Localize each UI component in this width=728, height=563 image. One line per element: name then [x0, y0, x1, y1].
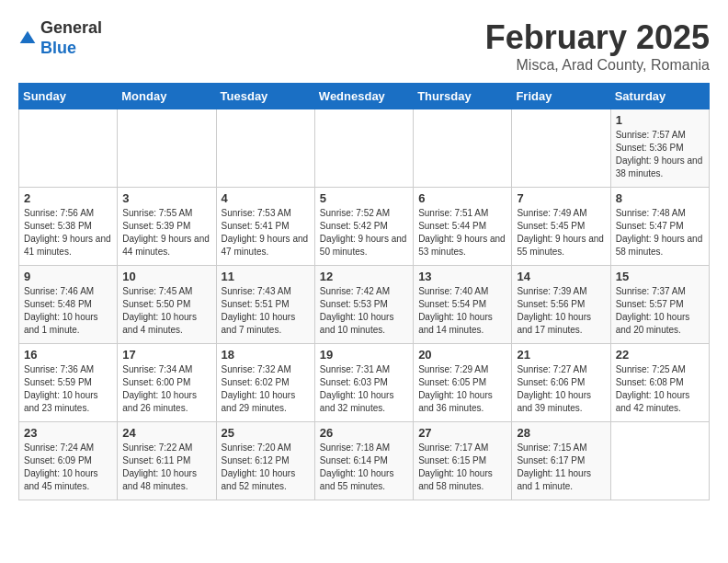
day-info: Sunrise: 7:42 AM Sunset: 5:53 PM Dayligh… — [320, 285, 408, 337]
logo-text: General Blue — [40, 18, 102, 58]
day-number: 25 — [222, 426, 310, 440]
calendar-cell: 4Sunrise: 7:53 AM Sunset: 5:41 PM Daylig… — [216, 188, 314, 266]
day-info: Sunrise: 7:53 AM Sunset: 5:41 PM Dayligh… — [222, 207, 310, 259]
day-info: Sunrise: 7:45 AM Sunset: 5:50 PM Dayligh… — [122, 285, 210, 337]
day-number: 1 — [616, 113, 704, 127]
logo: General Blue — [18, 18, 102, 58]
calendar-cell: 28Sunrise: 7:15 AM Sunset: 6:17 PM Dayli… — [512, 422, 610, 500]
day-number: 27 — [418, 426, 506, 440]
day-number: 24 — [122, 426, 210, 440]
calendar-week-row: 9Sunrise: 7:46 AM Sunset: 5:48 PM Daylig… — [19, 266, 710, 344]
day-number: 16 — [24, 348, 112, 362]
page-header: General Blue February 2025 Misca, Arad C… — [18, 18, 710, 74]
day-info: Sunrise: 7:31 AM Sunset: 6:03 PM Dayligh… — [320, 363, 408, 415]
day-info: Sunrise: 7:36 AM Sunset: 5:59 PM Dayligh… — [24, 363, 112, 415]
day-number: 28 — [517, 426, 605, 440]
header-wednesday: Wednesday — [314, 84, 413, 109]
calendar-week-row: 2Sunrise: 7:56 AM Sunset: 5:38 PM Daylig… — [19, 188, 710, 266]
calendar-cell: 16Sunrise: 7:36 AM Sunset: 5:59 PM Dayli… — [19, 344, 118, 422]
calendar-cell: 12Sunrise: 7:42 AM Sunset: 5:53 PM Dayli… — [314, 266, 413, 344]
calendar-cell: 10Sunrise: 7:45 AM Sunset: 5:50 PM Dayli… — [118, 266, 216, 344]
day-info: Sunrise: 7:18 AM Sunset: 6:14 PM Dayligh… — [320, 442, 408, 493]
calendar-cell: 17Sunrise: 7:34 AM Sunset: 6:00 PM Dayli… — [118, 344, 216, 422]
day-info: Sunrise: 7:46 AM Sunset: 5:48 PM Dayligh… — [24, 285, 112, 337]
calendar-cell — [314, 109, 413, 188]
day-number: 20 — [418, 348, 506, 362]
calendar-cell: 8Sunrise: 7:48 AM Sunset: 5:47 PM Daylig… — [610, 188, 709, 266]
day-number: 12 — [320, 270, 408, 283]
calendar-cell: 2Sunrise: 7:56 AM Sunset: 5:38 PM Daylig… — [19, 188, 118, 266]
day-info: Sunrise: 7:39 AM Sunset: 5:56 PM Dayligh… — [517, 285, 605, 337]
header-saturday: Saturday — [610, 84, 709, 109]
calendar-cell: 21Sunrise: 7:27 AM Sunset: 6:06 PM Dayli… — [512, 344, 610, 422]
day-number: 19 — [320, 348, 408, 362]
calendar-cell: 20Sunrise: 7:29 AM Sunset: 6:05 PM Dayli… — [414, 344, 512, 422]
day-info: Sunrise: 7:32 AM Sunset: 6:02 PM Dayligh… — [222, 363, 310, 415]
calendar-cell: 1Sunrise: 7:57 AM Sunset: 5:36 PM Daylig… — [610, 109, 709, 188]
day-number: 10 — [122, 270, 210, 283]
day-info: Sunrise: 7:51 AM Sunset: 5:44 PM Dayligh… — [418, 207, 506, 259]
day-number: 14 — [517, 270, 605, 283]
day-info: Sunrise: 7:57 AM Sunset: 5:36 PM Dayligh… — [616, 129, 704, 180]
day-number: 2 — [24, 191, 112, 205]
logo-blue-text: Blue — [40, 39, 102, 59]
day-number: 4 — [222, 191, 310, 205]
day-info: Sunrise: 7:43 AM Sunset: 5:51 PM Dayligh… — [222, 285, 310, 337]
calendar-cell: 24Sunrise: 7:22 AM Sunset: 6:11 PM Dayli… — [118, 422, 216, 500]
day-number: 8 — [616, 191, 704, 205]
calendar-week-row: 16Sunrise: 7:36 AM Sunset: 5:59 PM Dayli… — [19, 344, 710, 422]
calendar-cell: 11Sunrise: 7:43 AM Sunset: 5:51 PM Dayli… — [216, 266, 314, 344]
header-tuesday: Tuesday — [216, 84, 314, 109]
calendar-cell: 18Sunrise: 7:32 AM Sunset: 6:02 PM Dayli… — [216, 344, 314, 422]
day-number: 9 — [24, 270, 112, 283]
day-info: Sunrise: 7:48 AM Sunset: 5:47 PM Dayligh… — [616, 207, 704, 259]
day-number: 22 — [616, 348, 704, 362]
calendar-cell: 15Sunrise: 7:37 AM Sunset: 5:57 PM Dayli… — [610, 266, 709, 344]
day-info: Sunrise: 7:29 AM Sunset: 6:05 PM Dayligh… — [418, 363, 506, 415]
calendar-title: February 2025 — [485, 18, 710, 57]
day-info: Sunrise: 7:27 AM Sunset: 6:06 PM Dayligh… — [517, 363, 605, 415]
day-info: Sunrise: 7:55 AM Sunset: 5:39 PM Dayligh… — [122, 207, 210, 259]
day-number: 13 — [418, 270, 506, 283]
calendar-cell — [512, 109, 610, 188]
svg-marker-0 — [20, 30, 36, 42]
calendar-cell: 13Sunrise: 7:40 AM Sunset: 5:54 PM Dayli… — [414, 266, 512, 344]
header-friday: Friday — [512, 84, 610, 109]
logo-icon — [18, 29, 37, 48]
calendar-cell: 7Sunrise: 7:49 AM Sunset: 5:45 PM Daylig… — [512, 188, 610, 266]
calendar-week-row: 1Sunrise: 7:57 AM Sunset: 5:36 PM Daylig… — [19, 109, 710, 188]
day-info: Sunrise: 7:24 AM Sunset: 6:09 PM Dayligh… — [24, 442, 112, 493]
day-info: Sunrise: 7:49 AM Sunset: 5:45 PM Dayligh… — [517, 207, 605, 259]
day-info: Sunrise: 7:20 AM Sunset: 6:12 PM Dayligh… — [222, 442, 310, 493]
calendar-table: SundayMondayTuesdayWednesdayThursdayFrid… — [18, 83, 710, 500]
calendar-header-row: SundayMondayTuesdayWednesdayThursdayFrid… — [19, 84, 710, 109]
calendar-subtitle: Misca, Arad County, Romania — [485, 57, 710, 74]
day-number: 15 — [616, 270, 704, 283]
calendar-cell: 27Sunrise: 7:17 AM Sunset: 6:15 PM Dayli… — [414, 422, 512, 500]
day-number: 23 — [24, 426, 112, 440]
title-block: February 2025 Misca, Arad County, Romani… — [485, 18, 710, 74]
day-number: 3 — [122, 191, 210, 205]
calendar-cell: 6Sunrise: 7:51 AM Sunset: 5:44 PM Daylig… — [414, 188, 512, 266]
day-info: Sunrise: 7:22 AM Sunset: 6:11 PM Dayligh… — [122, 442, 210, 493]
calendar-cell — [118, 109, 216, 188]
calendar-cell: 19Sunrise: 7:31 AM Sunset: 6:03 PM Dayli… — [314, 344, 413, 422]
day-number: 17 — [122, 348, 210, 362]
day-info: Sunrise: 7:40 AM Sunset: 5:54 PM Dayligh… — [418, 285, 506, 337]
day-info: Sunrise: 7:17 AM Sunset: 6:15 PM Dayligh… — [418, 442, 506, 493]
calendar-cell: 3Sunrise: 7:55 AM Sunset: 5:39 PM Daylig… — [118, 188, 216, 266]
day-info: Sunrise: 7:52 AM Sunset: 5:42 PM Dayligh… — [320, 207, 408, 259]
header-sunday: Sunday — [19, 84, 118, 109]
header-thursday: Thursday — [414, 84, 512, 109]
calendar-cell — [610, 422, 709, 500]
calendar-cell: 5Sunrise: 7:52 AM Sunset: 5:42 PM Daylig… — [314, 188, 413, 266]
day-info: Sunrise: 7:37 AM Sunset: 5:57 PM Dayligh… — [616, 285, 704, 337]
calendar-cell: 25Sunrise: 7:20 AM Sunset: 6:12 PM Dayli… — [216, 422, 314, 500]
day-number: 6 — [418, 191, 506, 205]
header-monday: Monday — [118, 84, 216, 109]
day-number: 5 — [320, 191, 408, 205]
calendar-cell: 23Sunrise: 7:24 AM Sunset: 6:09 PM Dayli… — [19, 422, 118, 500]
day-info: Sunrise: 7:34 AM Sunset: 6:00 PM Dayligh… — [122, 363, 210, 415]
day-info: Sunrise: 7:56 AM Sunset: 5:38 PM Dayligh… — [24, 207, 112, 259]
calendar-cell: 9Sunrise: 7:46 AM Sunset: 5:48 PM Daylig… — [19, 266, 118, 344]
